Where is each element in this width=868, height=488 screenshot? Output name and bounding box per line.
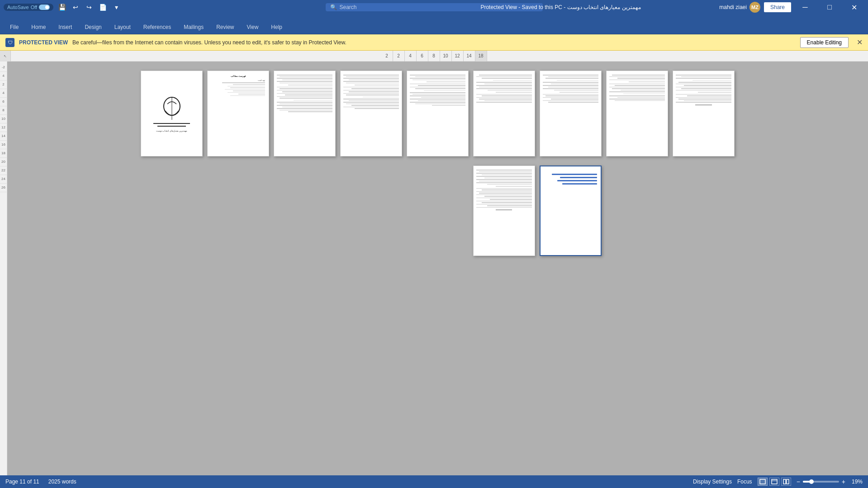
left-ruler-mark: 16 (0, 141, 7, 149)
ruler-mark: 8 (428, 51, 440, 62)
toc-line (230, 95, 265, 96)
zoom-slider-thumb (809, 479, 814, 484)
minimize-button[interactable]: ─ (795, 0, 816, 14)
page-6[interactable] (473, 71, 535, 156)
text-sim-line (285, 95, 332, 95)
user-badge[interactable]: mahdi ziaei MZ (719, 2, 760, 13)
display-settings-label[interactable]: Display Settings (693, 479, 732, 485)
enable-editing-button[interactable]: Enable Editing (800, 37, 849, 48)
web-layout-button[interactable] (769, 478, 779, 486)
text-page-content (474, 166, 535, 256)
pages-row-1: مهمترین معیارهای انتخاب دوست فهرست مطالب… (141, 71, 735, 156)
link-line-3 (557, 180, 597, 181)
page-9[interactable] (673, 71, 735, 156)
statusbar: Page 11 of 11 2025 words Display Setting… (0, 475, 868, 488)
tab-insert[interactable]: Insert (52, 21, 78, 34)
read-mode-button[interactable] (781, 478, 791, 486)
svg-rect-5 (783, 479, 786, 484)
view-buttons (758, 478, 791, 486)
print-layout-button[interactable] (758, 478, 768, 486)
text-page-content (274, 71, 335, 156)
print-layout-icon (759, 479, 766, 484)
focus-label[interactable]: Focus (737, 479, 752, 485)
left-ruler-mark: 8 (0, 106, 7, 115)
page-4[interactable] (340, 71, 402, 156)
page-10[interactable] (473, 166, 535, 256)
tab-design[interactable]: Design (78, 21, 108, 34)
ruler-corner: ↖ (0, 51, 11, 62)
toc-line (230, 87, 265, 88)
links-page-content (541, 166, 601, 255)
zoom-in-button[interactable]: + (842, 478, 845, 485)
text-sim-line (282, 91, 332, 92)
restore-button[interactable]: □ (819, 0, 840, 14)
page-3[interactable] (274, 71, 336, 156)
cover-logo-svg (158, 95, 185, 122)
text-sim-line (277, 96, 332, 97)
close-button[interactable]: ✕ (844, 0, 864, 14)
tab-view[interactable]: View (241, 21, 265, 34)
tab-review[interactable]: Review (210, 21, 240, 34)
customize-qat-button[interactable]: ▾ (111, 2, 121, 12)
left-ruler-mark: 10 (0, 115, 7, 123)
text-page-content (474, 71, 535, 156)
tab-mailings[interactable]: Mailings (177, 21, 210, 34)
tab-references[interactable]: References (137, 21, 177, 34)
page-1[interactable]: مهمترین معیارهای انتخاب دوست (141, 71, 203, 156)
text-sim-line (280, 110, 332, 111)
left-ruler-mark: 24 (0, 175, 7, 184)
link-line-1 (552, 174, 597, 175)
tab-file[interactable]: File (4, 21, 25, 34)
page-2[interactable]: فهرست مطالب تهیه کننده : (207, 71, 269, 156)
page-7[interactable] (540, 71, 602, 156)
page-5[interactable] (407, 71, 469, 156)
close-protected-bar-button[interactable]: ✕ (857, 38, 863, 47)
undo-button[interactable]: ↩ (71, 2, 81, 12)
save-button[interactable]: 💾 (57, 2, 67, 12)
zoom-out-button[interactable]: − (797, 478, 800, 485)
ruler-numbers: 2 2 4 6 8 10 12 14 18 (381, 51, 487, 62)
left-ruler-mark: 14 (0, 132, 7, 141)
text-sim-line (282, 80, 332, 81)
toc-title: فهرست مطالب (211, 75, 265, 77)
toc-line (238, 94, 266, 95)
text-sim-line (277, 105, 332, 106)
left-ruler-mark: 18 (0, 149, 7, 158)
toc-line (222, 82, 265, 83)
ribbon: File Home Insert Design Layout Reference… (0, 14, 868, 34)
statusbar-right: Display Settings Focus − (693, 478, 863, 486)
text-sim-line (277, 87, 332, 88)
tab-help[interactable]: Help (265, 21, 289, 34)
autosave-toggle-dot (39, 5, 50, 10)
new-doc-button[interactable]: 📄 (98, 2, 108, 12)
shield-icon: 🛡 (5, 38, 14, 47)
protected-label: PROTECTED VIEW (19, 39, 68, 46)
redo-button[interactable]: ↪ (84, 2, 94, 12)
ruler-mark: 2 (393, 51, 405, 62)
page-8[interactable] (606, 71, 668, 156)
toc-page-content: فهرست مطالب تهیه کننده : (208, 71, 269, 100)
text-page-content (673, 71, 734, 156)
tab-layout[interactable]: Layout (108, 21, 137, 34)
autosave-toggle[interactable]: AutoSave Off (4, 4, 53, 11)
ruler-mark: 6 (417, 51, 428, 62)
text-sim-line (288, 111, 332, 112)
cover-page-content: مهمترین معیارهای انتخاب دوست (141, 71, 202, 156)
search-icon: 🔍 (330, 4, 337, 10)
share-button[interactable]: Share (764, 2, 791, 12)
zoom-slider[interactable] (803, 481, 839, 483)
document-canvas[interactable]: مهمترین معیارهای انتخاب دوست فهرست مطالب… (7, 62, 868, 475)
left-ruler-mark: -2 (0, 63, 7, 72)
zoom-level[interactable]: 19% (848, 479, 863, 485)
tab-home[interactable]: Home (25, 21, 52, 34)
text-sim-line (280, 83, 332, 84)
left-ruler-mark: 20 (0, 158, 7, 166)
ruler-mark: 18 (475, 51, 487, 62)
ruler-mark: 14 (464, 51, 475, 62)
left-ruler: -2 4 2 4 6 8 10 12 14 16 18 20 22 24 26 (0, 62, 7, 475)
text-sim-line (277, 93, 332, 94)
text-sim-line (288, 85, 332, 85)
page-11[interactable] (540, 166, 602, 256)
text-page-content (341, 71, 402, 156)
toc-line (228, 92, 265, 93)
